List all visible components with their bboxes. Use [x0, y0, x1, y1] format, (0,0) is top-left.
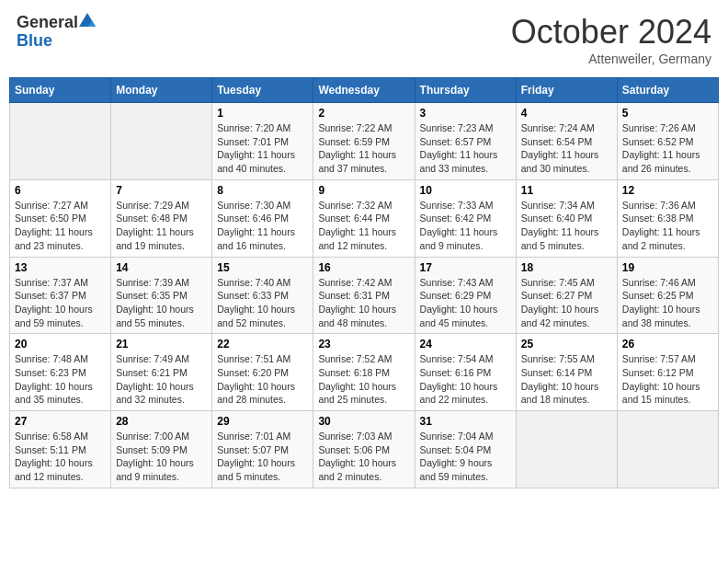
day-number: 27	[15, 415, 106, 428]
weekday-wednesday: Wednesday	[313, 78, 415, 103]
calendar-cell: 14Sunrise: 7:39 AM Sunset: 6:35 PM Dayli…	[111, 257, 212, 334]
day-info: Sunrise: 7:33 AM Sunset: 6:42 PM Dayligh…	[420, 199, 511, 253]
calendar-cell: 16Sunrise: 7:42 AM Sunset: 6:31 PM Dayli…	[313, 257, 415, 334]
day-info: Sunrise: 7:40 AM Sunset: 6:33 PM Dayligh…	[217, 276, 308, 330]
day-number: 20	[15, 338, 106, 350]
day-number: 23	[318, 338, 409, 350]
calendar-cell: 13Sunrise: 7:37 AM Sunset: 6:37 PM Dayli…	[10, 257, 111, 334]
day-info: Sunrise: 7:27 AM Sunset: 6:50 PM Dayligh…	[15, 199, 106, 253]
calendar-cell: 17Sunrise: 7:43 AM Sunset: 6:29 PM Dayli…	[415, 257, 516, 334]
day-number: 22	[217, 338, 308, 350]
calendar-cell: 6Sunrise: 7:27 AM Sunset: 6:50 PM Daylig…	[10, 179, 111, 257]
calendar-cell: 22Sunrise: 7:51 AM Sunset: 6:20 PM Dayli…	[212, 334, 313, 411]
day-number: 25	[521, 338, 612, 350]
day-info: Sunrise: 7:03 AM Sunset: 5:06 PM Dayligh…	[318, 430, 409, 484]
day-info: Sunrise: 7:51 AM Sunset: 6:20 PM Dayligh…	[217, 352, 308, 407]
calendar-cell: 15Sunrise: 7:40 AM Sunset: 6:33 PM Dayli…	[212, 257, 313, 334]
calendar-cell: 1Sunrise: 7:20 AM Sunset: 7:01 PM Daylig…	[212, 103, 313, 180]
day-info: Sunrise: 7:54 AM Sunset: 6:16 PM Dayligh…	[420, 352, 511, 407]
calendar-cell: 29Sunrise: 7:01 AM Sunset: 5:07 PM Dayli…	[212, 411, 313, 488]
day-number: 30	[318, 415, 409, 428]
day-info: Sunrise: 7:57 AM Sunset: 6:12 PM Dayligh…	[622, 352, 713, 407]
day-number: 14	[116, 261, 207, 274]
calendar-cell: 5Sunrise: 7:26 AM Sunset: 6:52 PM Daylig…	[617, 103, 718, 180]
logo: General Blue	[17, 13, 97, 51]
calendar-week-2: 13Sunrise: 7:37 AM Sunset: 6:37 PM Dayli…	[10, 257, 719, 334]
calendar-cell: 7Sunrise: 7:29 AM Sunset: 6:48 PM Daylig…	[111, 179, 212, 257]
day-info: Sunrise: 7:49 AM Sunset: 6:21 PM Dayligh…	[116, 352, 207, 407]
day-info: Sunrise: 7:39 AM Sunset: 6:35 PM Dayligh…	[116, 276, 207, 330]
page-header: General Blue October 2024 Attenweiler, G…	[9, 9, 719, 70]
weekday-monday: Monday	[111, 78, 212, 103]
day-info: Sunrise: 7:00 AM Sunset: 5:09 PM Dayligh…	[116, 430, 207, 484]
day-number: 21	[116, 338, 207, 350]
day-number: 9	[318, 184, 409, 197]
day-number: 29	[217, 415, 308, 428]
day-number: 13	[15, 261, 106, 274]
calendar-cell: 10Sunrise: 7:33 AM Sunset: 6:42 PM Dayli…	[415, 179, 516, 257]
calendar-cell: 31Sunrise: 7:04 AM Sunset: 5:04 PM Dayli…	[415, 411, 516, 488]
calendar-cell: 27Sunrise: 6:58 AM Sunset: 5:11 PM Dayli…	[10, 411, 111, 488]
weekday-thursday: Thursday	[415, 78, 516, 103]
calendar-cell: 26Sunrise: 7:57 AM Sunset: 6:12 PM Dayli…	[617, 334, 718, 411]
day-info: Sunrise: 7:22 AM Sunset: 6:59 PM Dayligh…	[318, 121, 409, 176]
day-number: 16	[318, 261, 409, 274]
calendar-header: SundayMondayTuesdayWednesdayThursdayFrid…	[10, 78, 719, 103]
weekday-sunday: Sunday	[10, 78, 111, 103]
day-number: 24	[420, 338, 511, 350]
day-number: 31	[420, 415, 511, 428]
calendar-cell: 25Sunrise: 7:55 AM Sunset: 6:14 PM Dayli…	[516, 334, 617, 411]
day-number: 1	[217, 107, 308, 120]
calendar-cell: 18Sunrise: 7:45 AM Sunset: 6:27 PM Dayli…	[516, 257, 617, 334]
day-info: Sunrise: 7:45 AM Sunset: 6:27 PM Dayligh…	[521, 276, 612, 330]
logo-icon	[79, 13, 96, 31]
day-info: Sunrise: 7:24 AM Sunset: 6:54 PM Dayligh…	[521, 121, 612, 176]
calendar-cell: 4Sunrise: 7:24 AM Sunset: 6:54 PM Daylig…	[516, 103, 617, 180]
day-info: Sunrise: 7:34 AM Sunset: 6:40 PM Dayligh…	[521, 199, 612, 253]
day-info: Sunrise: 7:43 AM Sunset: 6:29 PM Dayligh…	[420, 276, 511, 330]
day-info: Sunrise: 7:46 AM Sunset: 6:25 PM Dayligh…	[622, 276, 713, 330]
day-info: Sunrise: 7:04 AM Sunset: 5:04 PM Dayligh…	[420, 430, 511, 484]
logo-blue-text: Blue	[17, 31, 52, 51]
day-number: 18	[521, 261, 612, 274]
day-number: 10	[420, 184, 511, 197]
day-number: 2	[318, 107, 409, 120]
title-block: October 2024 Attenweiler, Germany	[511, 13, 711, 66]
logo-general-text: General	[17, 14, 78, 30]
calendar-cell: 11Sunrise: 7:34 AM Sunset: 6:40 PM Dayli…	[516, 179, 617, 257]
day-info: Sunrise: 6:58 AM Sunset: 5:11 PM Dayligh…	[15, 430, 106, 484]
calendar-week-4: 27Sunrise: 6:58 AM Sunset: 5:11 PM Dayli…	[10, 411, 719, 488]
calendar-cell: 24Sunrise: 7:54 AM Sunset: 6:16 PM Dayli…	[415, 334, 516, 411]
calendar-cell	[111, 103, 212, 180]
day-info: Sunrise: 7:26 AM Sunset: 6:52 PM Dayligh…	[622, 121, 713, 176]
weekday-tuesday: Tuesday	[212, 78, 313, 103]
day-number: 4	[521, 107, 612, 120]
day-info: Sunrise: 7:55 AM Sunset: 6:14 PM Dayligh…	[521, 352, 612, 407]
calendar-cell: 23Sunrise: 7:52 AM Sunset: 6:18 PM Dayli…	[313, 334, 415, 411]
day-number: 28	[116, 415, 207, 428]
day-info: Sunrise: 7:32 AM Sunset: 6:44 PM Dayligh…	[318, 199, 409, 253]
day-info: Sunrise: 7:36 AM Sunset: 6:38 PM Dayligh…	[622, 199, 713, 253]
calendar-cell: 12Sunrise: 7:36 AM Sunset: 6:38 PM Dayli…	[617, 179, 718, 257]
day-number: 12	[622, 184, 713, 197]
day-number: 6	[15, 184, 106, 197]
day-number: 15	[217, 261, 308, 274]
calendar-cell	[617, 411, 718, 488]
calendar-cell: 2Sunrise: 7:22 AM Sunset: 6:59 PM Daylig…	[313, 103, 415, 180]
calendar-cell: 30Sunrise: 7:03 AM Sunset: 5:06 PM Dayli…	[313, 411, 415, 488]
day-info: Sunrise: 7:48 AM Sunset: 6:23 PM Dayligh…	[15, 352, 106, 407]
calendar-cell: 20Sunrise: 7:48 AM Sunset: 6:23 PM Dayli…	[10, 334, 111, 411]
day-number: 19	[622, 261, 713, 274]
calendar-cell: 3Sunrise: 7:23 AM Sunset: 6:57 PM Daylig…	[415, 103, 516, 180]
day-number: 11	[521, 184, 612, 197]
day-number: 8	[217, 184, 308, 197]
calendar-week-3: 20Sunrise: 7:48 AM Sunset: 6:23 PM Dayli…	[10, 334, 719, 411]
calendar-cell: 9Sunrise: 7:32 AM Sunset: 6:44 PM Daylig…	[313, 179, 415, 257]
day-info: Sunrise: 7:23 AM Sunset: 6:57 PM Dayligh…	[420, 121, 511, 176]
location-text: Attenweiler, Germany	[511, 52, 711, 66]
day-number: 5	[622, 107, 713, 120]
day-number: 7	[116, 184, 207, 197]
calendar-body: 1Sunrise: 7:20 AM Sunset: 7:01 PM Daylig…	[10, 103, 719, 488]
day-number: 17	[420, 261, 511, 274]
day-info: Sunrise: 7:37 AM Sunset: 6:37 PM Dayligh…	[15, 276, 106, 330]
